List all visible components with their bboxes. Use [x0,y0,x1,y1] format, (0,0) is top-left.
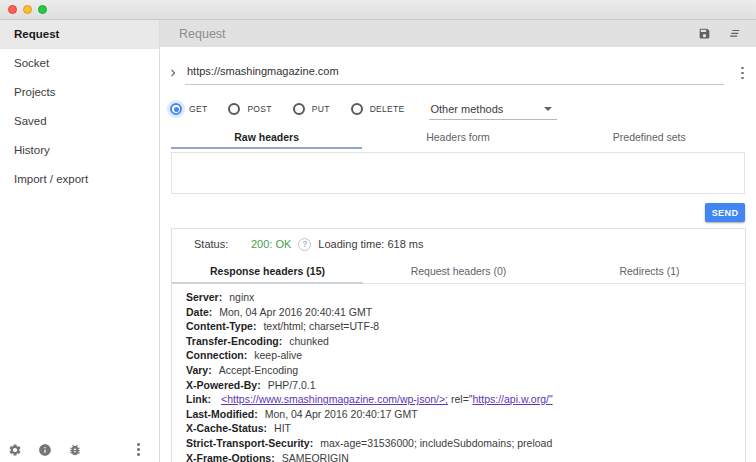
main-panel: Request GET POST PUT DELETE [160,20,756,462]
raw-headers-input[interactable] [171,152,745,194]
sidebar-item-saved[interactable]: Saved [0,107,159,136]
status-label: Status: [194,238,251,250]
sidebar-item-request[interactable]: Request [0,20,159,49]
page-title: Request [179,27,681,41]
header-row-link: Link: <https://www.smashingmagazine.com/… [186,392,731,407]
sidebar-item-projects[interactable]: Projects [0,78,159,107]
header-row: Vary:Accept-Encoding [186,363,731,378]
url-row [166,58,747,88]
url-input[interactable] [185,61,724,85]
radio-delete-label: DELETE [370,104,405,114]
dropdown-caret-icon [544,107,552,111]
other-methods-label: Other methods [431,103,504,115]
save-icon[interactable] [698,27,711,40]
chevron-right-icon[interactable] [166,66,180,80]
header-row: X-Cache-Status:HIT [186,421,731,436]
tab-redirects[interactable]: Redirects (1) [554,259,745,283]
radio-get[interactable] [170,103,182,115]
header-row: Strict-Transport-Security:max-age=315360… [186,436,731,451]
response-card: Status: 200: OK ? Loading time: 618 ms R… [171,228,746,462]
radio-put[interactable] [293,103,305,115]
tab-response-headers[interactable]: Response headers (15) [172,259,363,283]
header-row: X-Frame-Options:SAMEORIGIN [186,451,731,462]
wp-json-link[interactable]: <https://www.smashingmagazine.com/wp-jso… [221,393,448,405]
help-icon[interactable]: ? [298,238,311,251]
sidebar-item-history[interactable]: History [0,136,159,165]
bug-icon[interactable] [67,442,82,457]
sidebar-footer [7,442,159,457]
status-value: 200: OK [251,238,291,250]
close-window-button[interactable] [8,5,17,14]
tab-predefined-sets[interactable]: Predefined sets [554,127,745,149]
request-tabs: Raw headers Headers form Predefined sets [171,127,745,149]
header-row: Content-Type:text/html; charset=UTF-8 [186,319,731,334]
status-row: Status: 200: OK ? Loading time: 618 ms [172,229,745,259]
url-menu-icon[interactable] [737,66,747,81]
tab-request-headers[interactable]: Request headers (0) [363,259,554,283]
header-row: Server:nginx [186,290,731,305]
header-row: Date:Mon, 04 Apr 2016 20:40:41 GMT [186,305,731,320]
info-icon[interactable] [37,442,52,457]
menu-icon[interactable] [728,27,741,40]
sidebar-item-socket[interactable]: Socket [0,49,159,78]
radio-get-label: GET [189,104,207,114]
main-header: Request [160,20,756,47]
tab-raw-headers[interactable]: Raw headers [171,127,362,149]
settings-icon[interactable] [7,442,22,457]
header-row: Last-Modified:Mon, 04 Apr 2016 20:40:17 … [186,407,731,422]
send-button[interactable]: SEND [705,203,745,222]
response-headers-list: Server:nginx Date:Mon, 04 Apr 2016 20:40… [172,284,745,462]
radio-put-label: PUT [312,104,330,114]
radio-post[interactable] [228,103,240,115]
other-methods-dropdown[interactable]: Other methods [429,98,557,120]
sidebar-item-import-export[interactable]: Import / export [0,165,159,194]
radio-post-label: POST [247,104,271,114]
sidebar: Request Socket Projects Saved History Im… [0,20,160,462]
api-w-org-link[interactable]: https://api.w.org/" [473,393,553,405]
loading-time: Loading time: 618 ms [318,238,423,250]
titlebar [0,0,756,20]
sidebar-more-icon[interactable] [133,442,143,457]
response-tabs: Response headers (15) Request headers (0… [172,259,745,284]
radio-delete[interactable] [351,103,363,115]
header-row: X-Powered-By:PHP/7.0.1 [186,378,731,393]
minimize-window-button[interactable] [23,5,32,14]
header-row: Connection:keep-alive [186,348,731,363]
header-row: Transfer-Encoding:chunked [186,334,731,349]
method-row: GET POST PUT DELETE Other methods [170,97,557,121]
app-window: Request Socket Projects Saved History Im… [0,20,756,462]
tab-headers-form[interactable]: Headers form [362,127,553,149]
zoom-window-button[interactable] [38,5,47,14]
